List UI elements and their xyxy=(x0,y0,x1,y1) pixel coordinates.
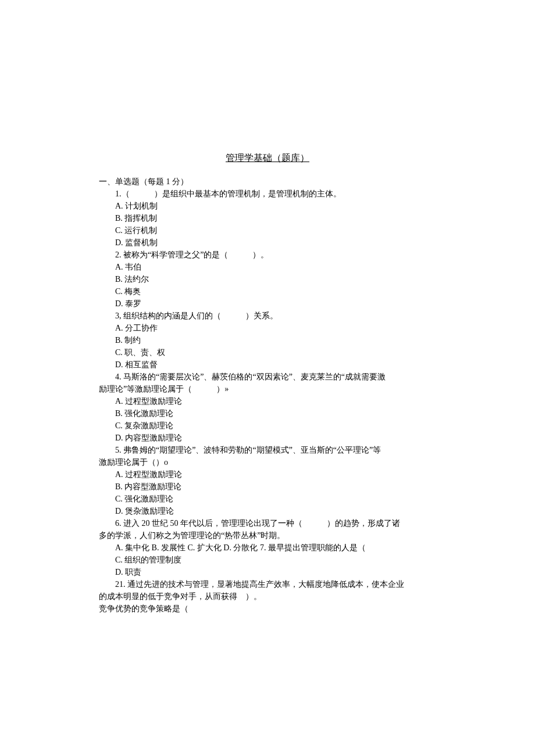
question-6-line1: 6. 进入 20 世纪 50 年代以后，管理理论出现了一种（ ）的趋势，形成了诸 xyxy=(99,517,436,529)
page-title: 管理学基础（题库） xyxy=(99,151,436,165)
q4-option-d: D. 内容型激励理论 xyxy=(99,432,436,444)
q1-option-d: D. 监督机制 xyxy=(99,237,436,249)
q7-option-d: D. 职责 xyxy=(99,566,436,578)
q3-option-d: D. 相互监督 xyxy=(99,359,436,371)
q4-option-b: B. 强化激励理论 xyxy=(99,407,436,420)
question-4-line1: 4. 马斯洛的“需要层次论”、赫茨伯格的“双因素论”、麦克莱兰的“成就需要激 xyxy=(99,371,436,383)
q6-options-and-q7: A. 集中化 B. 发展性 C. 扩大化 D. 分散化 7. 最早提出管理职能的… xyxy=(99,542,436,554)
question-5-line1: 5. 弗鲁姆的“期望理论”、波特和劳勒的“期望模式”、亚当斯的“公平理论”等 xyxy=(99,444,436,456)
q5-option-c: C. 强化激励理论 xyxy=(99,493,436,505)
q2-option-b: B. 法约尔 xyxy=(99,273,436,285)
question-21-line1: 21. 通过先进的技术与管理，显著地提高生产效率，大幅度地降低成本，使本企业 xyxy=(99,578,436,590)
q3-option-a: A. 分工协作 xyxy=(99,322,436,334)
q5-option-b: B. 内容型激励理论 xyxy=(99,481,436,493)
question-1: 1.（ ）是组织中最基本的管理机制，是管理机制的主体。 xyxy=(99,188,436,200)
question-2: 2. 被称为“科学管理之父”的是（ ）。 xyxy=(99,249,436,261)
section-heading: 一、单选题（每题 1 分） xyxy=(99,175,436,188)
q3-option-c: C. 职、责、权 xyxy=(99,346,436,359)
q7-option-c: C. 组织的管理制度 xyxy=(99,554,436,566)
q2-option-c: C. 梅奥 xyxy=(99,285,436,298)
q5-option-d: D. 煲杂激励理论 xyxy=(99,505,436,517)
question-5-line2: 激励理论属于（）o xyxy=(99,456,436,468)
q5-option-a: A. 过程型激励理论 xyxy=(99,468,436,481)
q2-option-d: D. 泰罗 xyxy=(99,298,436,310)
q4-option-c: C. 复杂激励理论 xyxy=(99,420,436,432)
q4-option-a: A. 过程型激励理论 xyxy=(99,395,436,407)
question-21-line2: 的成本明显的低于竞争对手，从而获得 ）。 xyxy=(99,590,436,603)
document-page: 管理学基础（题库） 一、单选题（每题 1 分） 1.（ ）是组织中最基本的管理机… xyxy=(0,0,535,673)
question-3: 3, 组织结构的内涵是人们的（ ）关系。 xyxy=(99,310,436,322)
q1-option-c: C. 运行机制 xyxy=(99,224,436,237)
q3-option-b: B. 制约 xyxy=(99,334,436,346)
q2-option-a: A. 韦伯 xyxy=(99,261,436,273)
q1-option-a: A. 计划机制 xyxy=(99,200,436,212)
question-6-line2: 多的学派，人们称之为管理理论的“热带丛林”时期。 xyxy=(99,529,436,542)
question-21-line3: 竞争优势的竞争策略是（ xyxy=(99,603,436,615)
question-4-line2: 励理论”等激励理论属于（ ）» xyxy=(99,383,436,395)
q1-option-b: B. 指挥机制 xyxy=(99,212,436,224)
